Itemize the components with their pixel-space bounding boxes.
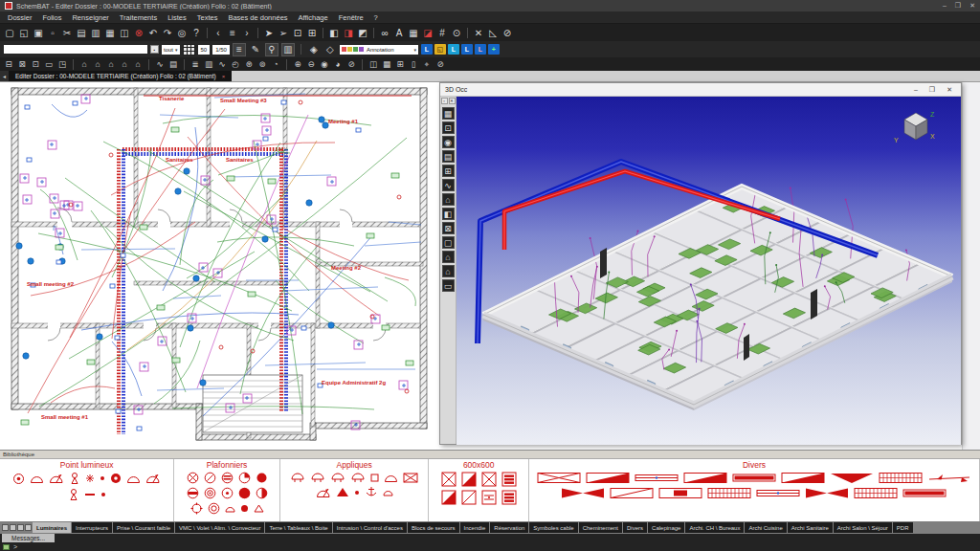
symbol-recthatch[interactable] (707, 487, 751, 499)
symbol-domerail[interactable] (350, 472, 366, 483)
filter-apply-button[interactable]: ▪ (150, 45, 159, 54)
symbol-cdot[interactable] (221, 487, 234, 499)
house-alt-icon[interactable]: ⌂ (442, 265, 455, 277)
house-icon[interactable]: ⌂ (92, 59, 103, 70)
symbol-recthatch[interactable] (879, 472, 923, 484)
wheel-icon[interactable]: ⊛ (243, 59, 255, 70)
socket-single-icon[interactable]: ⊟ (3, 59, 14, 70)
floor-plan-2d[interactable]: TisanerieSmall Meeting #3Meeting #1Sanit… (0, 82, 438, 450)
menu-renseigner[interactable]: Renseigner (72, 13, 108, 22)
symbol-sqx[interactable] (441, 472, 457, 487)
save-icon[interactable]: ▣ (32, 26, 45, 39)
folio-list-icon[interactable]: ≡ (226, 26, 239, 39)
annotation-combo[interactable]: Annotation ▾ (340, 45, 418, 55)
door-icon[interactable]: ▯ (408, 59, 419, 70)
symbol-ch[interactable] (187, 487, 199, 499)
scale-value[interactable]: 1/50 (212, 45, 230, 55)
layers-alt-icon[interactable]: ◇ (323, 43, 337, 56)
library-tab-archi-cuisine[interactable]: Archi Cuisine (745, 522, 786, 533)
symbol-anchor[interactable] (365, 486, 378, 498)
symbol-dot[interactable] (100, 472, 105, 485)
symbol-sqtri[interactable] (441, 490, 457, 505)
menu-listes[interactable]: Listes (167, 13, 187, 22)
symbol-domesm[interactable] (383, 486, 393, 498)
library-tab-archi-salon-s-jour[interactable]: Archi Salon \ Séjour (834, 522, 892, 533)
print-icon[interactable]: ▦ (103, 26, 117, 39)
symbol-dash[interactable] (84, 488, 96, 501)
layer-blue-icon[interactable]: L (421, 44, 433, 55)
library-tab-r-servation[interactable]: Réservation (490, 522, 528, 533)
paint3d-icon[interactable]: ◧ (442, 208, 455, 220)
library-corner-button-2[interactable] (17, 524, 24, 531)
table-large-icon[interactable]: ⊞ (394, 59, 406, 70)
plug-icon[interactable]: ∿ (442, 179, 455, 191)
curtain-icon[interactable]: ▦ (381, 59, 392, 70)
menu-affichage[interactable]: Affichage (299, 13, 328, 22)
close-button[interactable]: ✕ (969, 2, 975, 10)
library-tab-incendie[interactable]: Incendie (460, 522, 490, 533)
tab-close-icon[interactable]: × (222, 74, 226, 79)
cube-icon[interactable]: ⊡ (442, 121, 455, 134)
undo-icon[interactable]: ↶ (146, 26, 160, 39)
folder-yellow-icon[interactable]: ◱ (434, 44, 446, 55)
house3d-icon[interactable]: ⌂ (442, 193, 455, 206)
cut-icon[interactable]: ✂ (60, 26, 74, 39)
messages-tab[interactable]: Messages... (2, 534, 55, 542)
symbol-envx[interactable] (403, 472, 418, 483)
library-tab-archi-sanitaire[interactable]: Archi Sanitaire (788, 522, 833, 533)
library-tab-symboles-cable[interactable]: Symboles cable (529, 522, 577, 533)
symbol-sqstripes[interactable] (501, 472, 517, 487)
list-small-icon[interactable]: ≣ (189, 59, 201, 70)
symbol-sqx[interactable] (481, 472, 497, 487)
symbol-domerail[interactable] (310, 472, 325, 483)
document-tab[interactable]: Editer Dossier : 00-MODELE TERTIAIRE (Cr… (9, 71, 232, 81)
library-tab-terre-tableaux-boite[interactable]: Terre \ Tableaux \ Boite (265, 522, 331, 533)
symbol-rectx[interactable] (537, 472, 581, 484)
symbol-cgear[interactable] (190, 502, 203, 515)
symbol-lamp[interactable] (68, 488, 79, 501)
library-corner-button-1[interactable] (10, 524, 16, 531)
symbol-dot[interactable] (354, 486, 360, 498)
command-prompt[interactable]: > (3, 543, 17, 550)
symbol-bowtie[interactable] (561, 487, 605, 499)
text-label-icon[interactable]: ▭ (43, 59, 55, 70)
symbol-trifill[interactable] (336, 486, 349, 498)
window-stack-icon[interactable]: ◩ (356, 26, 369, 39)
symbol-dome[interactable] (30, 472, 44, 485)
hub-icon[interactable]: ⊚ (256, 59, 268, 70)
symbol-domearrow[interactable] (49, 472, 64, 485)
mixer-icon[interactable]: ◔ (270, 59, 281, 70)
window-icon[interactable]: ◧ (327, 26, 341, 39)
layer-blue2-icon[interactable]: L (461, 44, 473, 55)
symbol-lamp[interactable] (69, 472, 80, 485)
symbol-cslash[interactable] (204, 472, 216, 484)
symbol-sqlines[interactable] (481, 490, 497, 505)
group-icon[interactable]: ◉ (319, 59, 330, 70)
pick-3d-alt-icon[interactable]: ⊞ (305, 26, 319, 39)
scope-combo[interactable]: tout▾ (162, 45, 180, 55)
table-icon[interactable]: ▦ (407, 26, 420, 39)
library-tab-intrusion-control-d-acces[interactable]: Intrusion \ Control d'acces (333, 522, 407, 533)
next-folio-icon[interactable]: › (240, 26, 254, 39)
wave-icon[interactable]: ∿ (216, 59, 228, 70)
pick-3d-icon[interactable]: ⊡ (291, 26, 304, 39)
library-tab-calepinage[interactable]: Calepinage (648, 522, 684, 533)
minimize-button[interactable]: – (943, 2, 947, 10)
library-tab-interrupteurs[interactable]: Interrupteurs (72, 522, 112, 533)
gear-icon[interactable]: ⊕ (292, 59, 303, 70)
menu-traitements[interactable]: Traitements (120, 13, 157, 22)
library-tab-cheminement[interactable]: Cheminement (579, 522, 622, 533)
house-eco-icon[interactable]: ⌂ (442, 251, 455, 263)
symbol-recthatch[interactable] (854, 487, 898, 499)
house-empty-icon[interactable]: ⌂ (78, 59, 90, 70)
list-fill-icon[interactable]: ▥ (203, 59, 214, 70)
symbol-domerail[interactable] (290, 472, 305, 483)
library-tab-divers[interactable]: Divers (623, 522, 647, 533)
grid-icon[interactable]: # (435, 26, 449, 39)
symbol-rectline[interactable] (635, 472, 679, 484)
help-icon[interactable]: ? (189, 26, 203, 39)
eye-off-icon[interactable]: ⊘ (345, 59, 357, 70)
refresh-icon[interactable]: ◎ (175, 26, 189, 39)
viewer-3d-title-bar[interactable]: 3D Occ – ❒ ✕ (440, 83, 961, 97)
library-tab-vmc-volet-alim-convecteur[interactable]: VMC \ Volet \ Alim. \ Convecteur (175, 522, 264, 533)
